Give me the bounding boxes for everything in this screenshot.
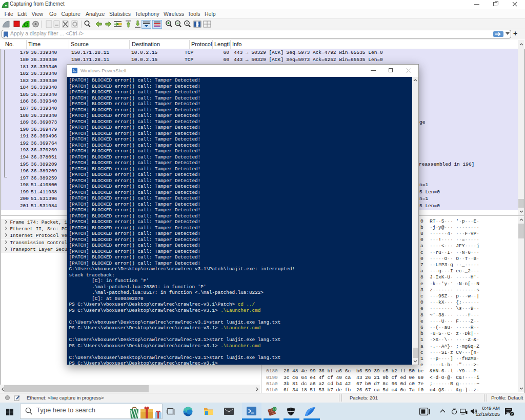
svg-text:2: 2 <box>511 412 513 416</box>
